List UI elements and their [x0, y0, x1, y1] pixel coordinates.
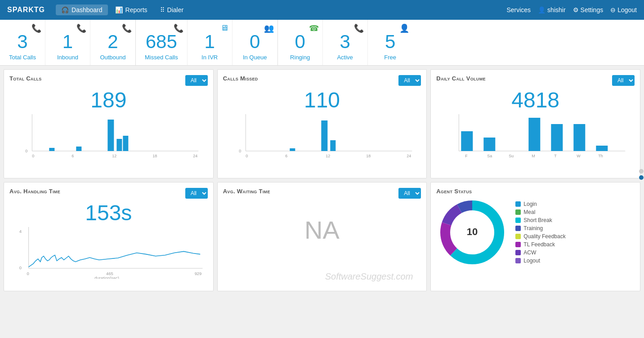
daily-volume-filter[interactable]: All [612, 75, 635, 86]
svg-text:6: 6 [285, 154, 287, 158]
inbound-icon: 📞 [76, 23, 86, 33]
svg-text:0: 0 [239, 149, 241, 153]
legend-dot-short-break [515, 218, 521, 223]
total-calls-number: 3 [9, 31, 36, 52]
settings-link[interactable]: ⚙ Settings [573, 6, 604, 13]
svg-rect-16 [290, 148, 295, 151]
inbound-number: 1 [54, 31, 81, 52]
svg-rect-32 [551, 124, 563, 151]
header: SPARKTG 🎧 Dashboard 📊 Reports ⠿ Dialer S… [0, 0, 644, 20]
donut-chart-container: 10 [436, 196, 508, 268]
legend-dot-login [515, 201, 521, 207]
legend-dot-tl-feedback [515, 242, 521, 247]
nav-dialer[interactable]: ⠿ Dialer [155, 4, 189, 15]
user-menu[interactable]: 👤 shishir [538, 6, 565, 13]
total-calls-card-header: Total Calls All [9, 75, 208, 86]
services-link[interactable]: Services [506, 6, 531, 13]
total-calls-filter[interactable]: All [185, 75, 208, 86]
outbound-number: 2 [99, 31, 126, 52]
queue-number: 0 [242, 31, 268, 52]
avg-waiting-na: NA [223, 200, 421, 259]
ringing-icon: ☎ [309, 23, 319, 33]
calls-missed-chart: 0 6 12 18 24 hour 0 [223, 114, 421, 173]
svg-text:465: 465 [106, 271, 113, 276]
legend-logout: Logout [515, 258, 565, 264]
daily-volume-chart: F Sa Su M T W Th week [436, 114, 635, 173]
svg-text:M: M [532, 154, 536, 158]
avg-waiting-header: Avg. Waiting Time All [223, 188, 421, 199]
legend-label-meal: Meal [523, 209, 535, 215]
avg-handling-line-chart: 4 0 0 465 929 duration(sec) [9, 227, 208, 279]
svg-rect-31 [529, 118, 541, 151]
svg-text:12: 12 [112, 154, 116, 158]
agent-status-card: Agent Status 10 [430, 182, 640, 291]
ringing-number: 0 [287, 31, 313, 52]
right-nav: Services 👤 shishir ⚙ Settings ⊖ Logout [506, 6, 637, 13]
stats-row: 📞 3 Total Calls 📞 1 Inbound 📞 2 Outbound… [0, 20, 644, 66]
legend-dot-acw [515, 250, 521, 255]
daily-volume-card-header: Daily Call Volume All [436, 75, 635, 86]
user-icon: 👤 [538, 6, 546, 13]
legend-label-tl-feedback: TL Feedback [523, 241, 555, 248]
stat-free: 👤 5 Free [368, 20, 413, 65]
avg-handling-title: Avg. Handling Time [9, 188, 60, 195]
nav-reports[interactable]: 📊 Reports [110, 4, 153, 15]
daily-volume-card-title: Daily Call Volume [436, 75, 485, 82]
stat-in-queue: 👥 0 In Queue [233, 20, 277, 65]
calls-missed-card: Calls Missed All 110 0 6 12 18 24 hour 0 [217, 69, 427, 178]
svg-text:duration(sec): duration(sec) [94, 276, 119, 279]
logout-link[interactable]: ⊖ Logout [610, 6, 637, 13]
svg-text:24: 24 [193, 154, 197, 158]
svg-text:F: F [465, 154, 468, 158]
avg-handling-chart: 4 0 0 465 929 duration(sec) [9, 227, 208, 285]
svg-text:0: 0 [25, 149, 27, 153]
svg-text:0: 0 [32, 154, 34, 158]
svg-text:4: 4 [19, 229, 22, 234]
reports-icon: 📊 [115, 6, 123, 13]
watermark: SoftwareSuggest.com [325, 271, 413, 282]
calls-missed-bar-chart: 0 6 12 18 24 hour 0 [223, 114, 421, 159]
svg-rect-2 [49, 148, 54, 151]
svg-rect-29 [484, 138, 496, 151]
agent-status-legend: Login Meal Short Break Training Quality … [515, 201, 565, 264]
queue-icon: 👥 [264, 23, 274, 33]
legend-label-short-break: Short Break [523, 217, 552, 223]
legend-dot-quality [515, 234, 521, 239]
nav-dashboard[interactable]: 🎧 Dashboard [56, 4, 108, 15]
free-label: Free [377, 54, 404, 61]
svg-rect-18 [330, 140, 335, 151]
svg-text:Sa: Sa [487, 154, 492, 158]
dialer-icon: ⠿ [160, 6, 165, 13]
calls-missed-card-title: Calls Missed [223, 75, 258, 82]
legend-label-logout: Logout [523, 258, 540, 264]
svg-rect-4 [107, 120, 114, 151]
brand-logo: SPARKTG [7, 6, 45, 14]
total-calls-chart: 0 6 12 18 24 hour 0 [9, 114, 208, 173]
svg-text:18: 18 [366, 154, 371, 158]
svg-text:T: T [555, 154, 557, 158]
avg-waiting-filter[interactable]: All [398, 188, 421, 199]
svg-rect-33 [574, 124, 586, 151]
legend-label-quality: Quality Feedback [523, 233, 565, 240]
legend-quality-feedback: Quality Feedback [515, 233, 565, 240]
svg-text:W: W [577, 154, 581, 158]
donut-chart: 10 [436, 196, 508, 268]
legend-acw: ACW [515, 249, 565, 256]
agent-status-title: Agent Status [436, 188, 472, 195]
stats-group-3: ☎ 0 Ringing 📞 3 Active 👤 5 Free [278, 20, 644, 65]
logout-icon: ⊖ [610, 6, 616, 13]
svg-rect-34 [596, 146, 608, 151]
active-icon: 📞 [354, 23, 364, 33]
stats-group-1: 📞 3 Total Calls 📞 1 Inbound 📞 2 Outbound [0, 20, 136, 65]
inbound-label: Inbound [54, 54, 81, 61]
daily-volume-big-number: 4818 [436, 88, 635, 112]
svg-text:24: 24 [407, 154, 411, 158]
svg-text:929: 929 [195, 271, 202, 276]
legend-dot-logout [515, 258, 521, 263]
legend-label-training: Training [523, 225, 543, 231]
active-label: Active [332, 54, 358, 61]
calls-missed-filter[interactable]: All [398, 75, 421, 86]
svg-rect-28 [461, 131, 473, 151]
svg-rect-5 [116, 139, 122, 151]
avg-handling-filter[interactable]: All [185, 188, 208, 199]
